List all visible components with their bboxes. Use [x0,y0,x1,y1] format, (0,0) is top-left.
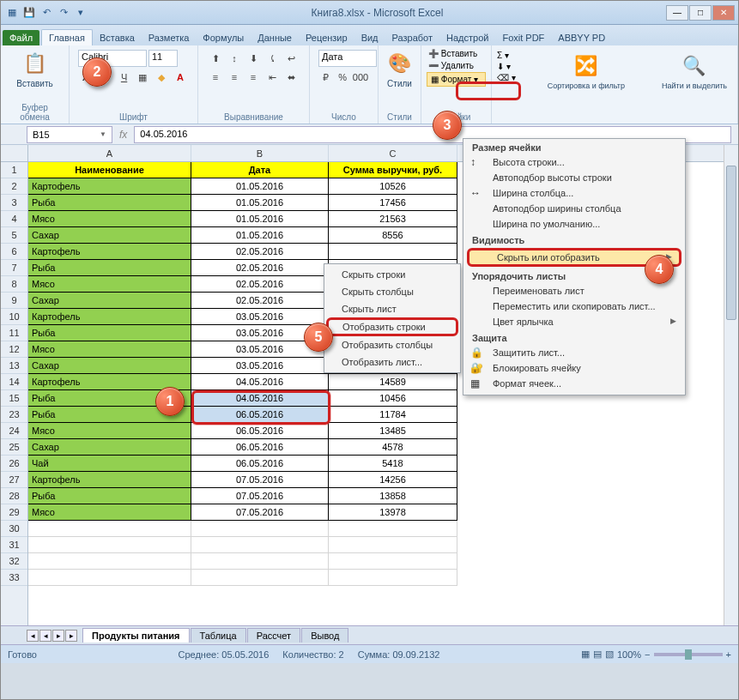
align-center-icon[interactable]: ≡ [226,69,243,86]
cell-name[interactable]: Картофель [28,244,191,260]
align-bottom-icon[interactable]: ⬇ [245,50,262,67]
row-header[interactable]: 14 [1,374,27,390]
cell-sum[interactable] [329,244,457,260]
cell-sum[interactable]: 14256 [329,472,457,488]
align-middle-icon[interactable]: ↕ [226,50,243,67]
view-layout-icon[interactable]: ▤ [593,649,602,660]
cell-date[interactable]: 06.05.2016 [191,439,329,456]
row-header[interactable]: 4 [1,211,27,227]
cell-sum[interactable]: 11784 [329,407,457,423]
row-header[interactable]: 8 [1,276,27,293]
fill-color-button[interactable]: ◆ [153,69,170,86]
cell-name[interactable]: Картофель [28,472,191,488]
cell-date[interactable]: 01.05.2016 [191,227,329,244]
cell-date[interactable]: 06.05.2016 [191,456,329,472]
fill-icon[interactable]: ⬇ ▾ [497,62,516,71]
cell-date[interactable]: 07.05.2016 [191,488,329,504]
cell-name[interactable]: Сахар [28,227,191,244]
paste-button[interactable]: 📋 Вставить [6,48,64,90]
menu-format-cells[interactable]: ▦Формат ячеек... [463,376,685,391]
cell-date[interactable]: 06.05.2016 [191,423,329,439]
cell-name[interactable]: Рыба [28,195,191,211]
row-header[interactable]: 27 [1,472,27,488]
font-color-button[interactable]: A [172,69,189,86]
row-header[interactable]: 7 [1,260,27,276]
row-header[interactable]: 31 [1,537,27,553]
border-button[interactable]: ▦ [134,69,151,86]
row-header[interactable]: 11 [1,325,27,341]
format-button[interactable]: ▦ Формат ▾ [427,72,486,87]
cell-name[interactable]: Сахар [28,358,191,374]
percent-icon[interactable]: % [336,69,351,86]
menu-row-height[interactable]: ↕Высота строки... [463,154,685,170]
zoom-control[interactable]: ▦ ▤ ▧ 100% − + [581,649,731,660]
row-header[interactable]: 28 [1,488,27,504]
menu-autofit-col[interactable]: Автоподбор ширины столбца [463,201,685,216]
tab-foxit[interactable]: Foxit PDF [495,30,551,45]
sheet-tab-1[interactable]: Продукты питания [82,628,190,643]
cell-name[interactable]: Рыба [28,488,191,504]
menu-hide-sheet[interactable]: Скрыть лист [326,300,458,317]
zoom-slider[interactable] [654,653,723,656]
select-all-corner[interactable] [1,145,28,162]
row-header[interactable]: 26 [1,456,27,472]
cell-name[interactable]: Рыба [28,260,191,276]
cell-sum[interactable]: 14589 [329,374,457,390]
menu-show-sheet[interactable]: Отобразить лист... [326,353,458,371]
row-header[interactable]: 32 [1,553,27,570]
cell-sum[interactable]: 21563 [329,211,457,227]
tab-view[interactable]: Вид [354,30,385,45]
cell-name[interactable]: Рыба [28,325,191,341]
cell-date[interactable]: 01.05.2016 [191,195,329,211]
excel-icon[interactable]: ▦ [4,5,20,21]
cell-date[interactable]: 06.05.2016 [191,407,329,423]
styles-button[interactable]: 🎨 Стили [384,48,415,90]
row-header[interactable]: 9 [1,293,27,309]
row-header[interactable]: 23 [1,407,27,423]
col-header-c[interactable]: C [329,145,457,161]
row-header[interactable]: 30 [1,521,27,537]
tab-insert[interactable]: Вставка [93,30,142,45]
cell-date[interactable]: 02.05.2016 [191,276,329,293]
autosum-icon[interactable]: Σ ▾ [497,51,516,60]
insert-cells-button[interactable]: ➕ Вставить [427,48,486,59]
cell-sum[interactable]: 8556 [329,227,457,244]
cell-date[interactable]: 07.05.2016 [191,472,329,488]
cell-name[interactable]: Мясо [28,211,191,227]
row-header[interactable]: 5 [1,227,27,244]
currency-icon[interactable]: ₽ [318,69,334,86]
row-header[interactable]: 24 [1,423,27,439]
cell-name[interactable]: Мясо [28,504,191,521]
tab-formulas[interactable]: Формулы [196,30,251,45]
cell-name[interactable]: Мясо [28,423,191,439]
row-header[interactable]: 6 [1,244,27,260]
cell-sum[interactable]: 10526 [329,178,457,195]
sheet-tab-4[interactable]: Вывод [301,628,348,643]
menu-hide-rows[interactable]: Скрыть строки [326,266,458,283]
row-header[interactable]: 13 [1,358,27,374]
tab-abbyy[interactable]: ABBYY PD [551,30,612,45]
cell-sum[interactable]: 13978 [329,504,457,521]
name-box[interactable]: B15▼ [27,126,112,143]
row-header[interactable]: 29 [1,504,27,521]
cell-name[interactable]: Сахар [28,439,191,456]
cell-sum[interactable]: 17456 [329,195,457,211]
row-headers[interactable]: 1234567891011121314152324252627282930313… [1,162,28,625]
cell-date[interactable]: 02.05.2016 [191,260,329,276]
col-header-b[interactable]: B [191,145,329,161]
tab-layout[interactable]: Разметка [142,30,197,45]
vertical-scrollbar[interactable] [724,145,738,625]
comma-icon[interactable]: 000 [352,69,369,86]
menu-hide-cols[interactable]: Скрыть столбцы [326,283,458,300]
row-header[interactable]: 2 [1,178,27,195]
orientation-icon[interactable]: ⤹ [263,50,281,67]
undo-icon[interactable]: ↶ [39,5,54,21]
view-normal-icon[interactable]: ▦ [581,649,590,660]
wrap-text-icon[interactable]: ↩ [282,50,300,67]
header-name[interactable]: Наименование [28,162,191,178]
align-left-icon[interactable]: ≡ [207,69,224,86]
tab-addins[interactable]: Надстрой [439,30,495,45]
cell-date[interactable]: 02.05.2016 [191,293,329,309]
font-size-select[interactable]: 11 [148,50,178,67]
cell-date[interactable]: 03.05.2016 [191,309,329,325]
